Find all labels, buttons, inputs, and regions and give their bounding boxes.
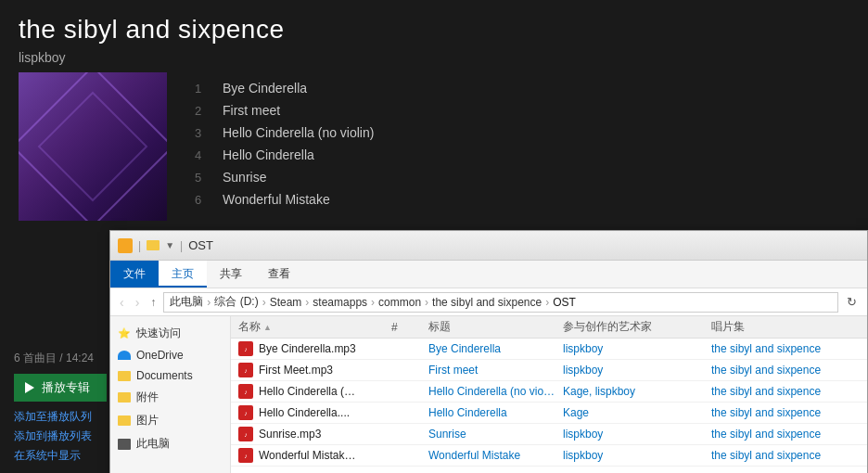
titlebar: | ▼ | OST [110, 231, 867, 261]
sidebar-item-documents[interactable]: Documents [110, 365, 230, 386]
col-artist-label: 参与创作的艺术家 [563, 319, 652, 335]
table-row[interactable]: ♪ Bye Cinderella.mp3 Bye Cinderella lisp… [231, 339, 867, 360]
mp3-icon: ♪ [238, 341, 253, 356]
col-name-label: 名称 [238, 319, 261, 335]
track-item[interactable]: 6Wonderful Mistake [195, 188, 849, 211]
titlebar-sep2: | [180, 239, 183, 252]
track-num: 2 [195, 104, 213, 118]
player-content: 1Bye Cinderella2First meet3Hello Cindere… [0, 72, 868, 221]
file-name-text: Hello Cinderella.... [259, 406, 350, 419]
file-album-cell: the sibyl and sixpence [711, 342, 860, 355]
play-album-button[interactable]: 播放专辑 [14, 374, 107, 402]
file-artist-cell: lispkboy [563, 449, 711, 462]
onedrive-icon [118, 351, 131, 360]
file-name-cell: ♪ Sunrise.mp3 [238, 427, 391, 441]
tab-view[interactable]: 查看 [255, 261, 303, 288]
sidebar-item-onedrive[interactable]: OneDrive [110, 345, 230, 365]
col-album[interactable]: 唱片集 [711, 319, 860, 335]
track-num: 1 [195, 82, 213, 96]
file-artist-cell: lispkboy [563, 428, 711, 441]
file-artist-cell: Kage [563, 406, 711, 419]
breadcrumb-item[interactable]: 综合 (D:) [214, 294, 258, 310]
track-name: Hello Cinderella [223, 147, 314, 162]
breadcrumb-item[interactable]: OST [553, 296, 576, 309]
track-list: 1Bye Cinderella2First meet3Hello Cindere… [195, 72, 849, 221]
forward-button[interactable]: › [132, 293, 144, 312]
col-artist[interactable]: 参与创作的艺术家 [563, 319, 711, 335]
sidebar-item-快速访问[interactable]: 快速访问 [110, 322, 230, 345]
play-album-label: 播放专辑 [42, 379, 90, 396]
sidebar-item-此电脑[interactable]: 此电脑 [110, 432, 230, 455]
up-button[interactable]: ↑ [147, 294, 160, 311]
sidebar-item-label: Documents [136, 369, 193, 382]
explorer-content: 快速访问OneDriveDocuments附件图片此电脑 名称 ▲ # 标题 参… [110, 316, 867, 473]
breadcrumb-item[interactable]: Steam [270, 296, 302, 309]
file-title-cell: Hello Cinderella (no vio… [428, 385, 563, 398]
titlebar-icon [118, 238, 133, 253]
track-item[interactable]: 1Bye Cinderella [195, 77, 849, 99]
track-item[interactable]: 4Hello Cinderella [195, 144, 849, 166]
breadcrumb-item[interactable]: 此电脑 [170, 294, 203, 310]
table-row[interactable]: ♪ First Meet.mp3 First meet lispkboy the… [231, 360, 867, 381]
table-row[interactable]: ♪ Hello Cinderella (… Hello Cinderella (… [231, 381, 867, 403]
mp3-icon: ♪ [238, 448, 253, 463]
file-title-cell: Sunrise [428, 428, 563, 441]
breadcrumb[interactable]: 此电脑›综合 (D:)›Steam›steamapps›common›the s… [163, 292, 838, 313]
file-album-cell: the sibyl and sixpence [711, 428, 860, 441]
player-footer: 6 首曲目 / 14:24 播放专辑 添加至播放队列添加到播放列表在系统中显示 [0, 341, 121, 473]
col-title-label: 标题 [428, 319, 451, 335]
track-num: 5 [195, 171, 213, 185]
tab-home[interactable]: 主页 [159, 261, 207, 288]
track-item[interactable]: 5Sunrise [195, 166, 849, 188]
track-name: First meet [223, 103, 280, 118]
breadcrumb-separator: › [305, 296, 309, 309]
file-list: 名称 ▲ # 标题 参与创作的艺术家 唱片集 ♪ Bye Ci [231, 316, 867, 473]
file-rows: ♪ Bye Cinderella.mp3 Bye Cinderella lisp… [231, 339, 867, 467]
file-name-text: Hello Cinderella (… [259, 385, 355, 398]
player-action-link[interactable]: 在系统中显示 [14, 448, 107, 464]
sidebar-item-附件[interactable]: 附件 [110, 386, 230, 409]
breadcrumb-item[interactable]: the sibyl and sixpence [432, 296, 542, 309]
refresh-button[interactable]: ↻ [842, 293, 862, 311]
table-row[interactable]: ♪ Wonderful Mistak… Wonderful Mistake li… [231, 445, 867, 467]
mp3-icon: ♪ [238, 363, 253, 377]
file-album-cell: the sibyl and sixpence [711, 385, 860, 398]
sidebar-item-label: 此电脑 [136, 436, 170, 452]
track-name: Wonderful Mistake [223, 192, 330, 207]
tab-file[interactable]: 文件 [110, 261, 159, 288]
col-title[interactable]: 标题 [428, 319, 563, 335]
folder-icon [118, 392, 131, 403]
file-name-text: Wonderful Mistak… [259, 449, 355, 462]
file-title-cell: Wonderful Mistake [428, 449, 563, 462]
track-num: 3 [195, 126, 213, 140]
file-name-cell: ♪ Wonderful Mistak… [238, 448, 391, 463]
table-row[interactable]: ♪ Sunrise.mp3 Sunrise lispkboy the sibyl… [231, 424, 867, 445]
file-artist-cell: lispkboy [563, 342, 711, 355]
titlebar-dropdown-arrow[interactable]: ▼ [165, 240, 174, 250]
file-album-cell: the sibyl and sixpence [711, 449, 860, 462]
col-num[interactable]: # [391, 319, 428, 335]
file-name-cell: ♪ Hello Cinderella.... [238, 405, 391, 420]
track-count: 6 首曲目 / 14:24 [14, 351, 107, 366]
file-name-text: Sunrise.mp3 [259, 428, 321, 441]
mp3-icon: ♪ [238, 405, 253, 420]
player-action-link[interactable]: 添加至播放队列 [14, 409, 107, 425]
folder-icon [118, 371, 131, 381]
back-button[interactable]: ‹ [116, 293, 128, 312]
sidebar-item-图片[interactable]: 图片 [110, 409, 230, 432]
breadcrumb-item[interactable]: common [378, 296, 421, 309]
col-name[interactable]: 名称 ▲ [238, 319, 391, 335]
quick-access-icon [118, 327, 131, 340]
player-action-link[interactable]: 添加到播放列表 [14, 428, 107, 444]
breadcrumb-item[interactable]: steamapps [313, 296, 367, 309]
file-title-cell: Hello Cinderella [428, 406, 563, 419]
tab-share[interactable]: 共享 [207, 261, 255, 288]
table-row[interactable]: ♪ Hello Cinderella.... Hello Cinderella … [231, 403, 867, 424]
track-item[interactable]: 3Hello Cinderella (no violin) [195, 121, 849, 144]
file-name-cell: ♪ Bye Cinderella.mp3 [238, 341, 391, 356]
track-item[interactable]: 2First meet [195, 99, 849, 121]
file-album-cell: the sibyl and sixpence [711, 406, 860, 419]
player-header: the sibyl and sixpence lispkboy [0, 0, 868, 72]
track-name: Sunrise [223, 170, 266, 185]
titlebar-folder-icon [147, 240, 160, 250]
